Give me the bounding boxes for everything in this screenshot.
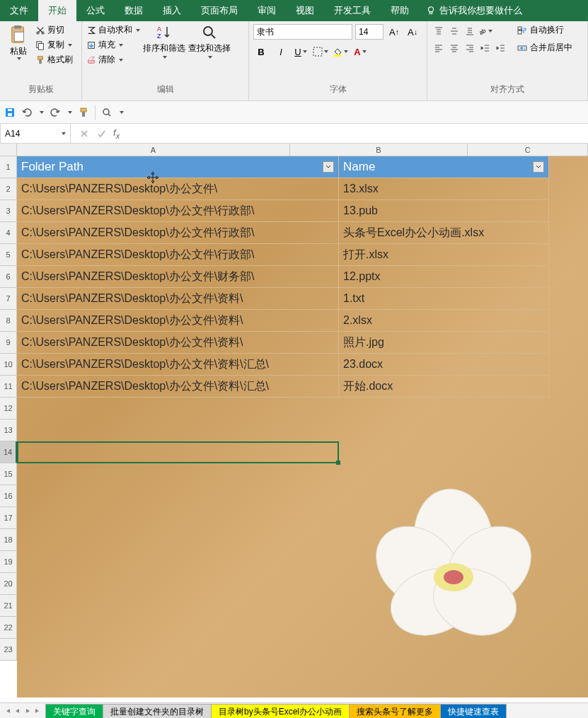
tab-nav-last-icon[interactable]: [34, 707, 41, 714]
row-header[interactable]: 13: [0, 419, 17, 441]
filter-button[interactable]: [533, 161, 544, 173]
menu-layout[interactable]: 页面布局: [191, 0, 248, 21]
font-color-button[interactable]: A: [352, 44, 368, 59]
bold-button[interactable]: B: [253, 44, 269, 59]
cell[interactable]: 开始.docx: [339, 376, 549, 398]
cell[interactable]: 1.txt: [339, 288, 549, 310]
row-header[interactable]: 8: [0, 310, 17, 332]
row-header[interactable]: 3: [0, 200, 17, 222]
filter-button[interactable]: [323, 161, 334, 173]
autosum-button[interactable]: 自动求和: [86, 24, 140, 36]
cell[interactable]: Name: [339, 156, 549, 178]
save-icon[interactable]: [4, 107, 16, 118]
menu-data[interactable]: 数据: [115, 0, 153, 21]
increase-font-button[interactable]: A↑: [386, 24, 402, 40]
fill-color-button[interactable]: [333, 44, 348, 59]
cell[interactable]: C:\Users\PANZERS\Desktop\办公文件\: [17, 178, 339, 200]
row-header[interactable]: 12: [0, 398, 17, 419]
font-size-select[interactable]: [355, 24, 384, 40]
menu-home[interactable]: 开始: [38, 0, 76, 21]
paste-button[interactable]: 粘贴: [4, 24, 33, 60]
row-header[interactable]: 1: [0, 156, 17, 178]
row-header[interactable]: 5: [0, 244, 17, 266]
cell[interactable]: 13.xlsx: [339, 178, 549, 200]
cell[interactable]: C:\Users\PANZERS\Desktop\办公文件\资料\: [17, 332, 339, 354]
merge-center-button[interactable]: 合并后居中: [517, 42, 572, 54]
select-all-corner[interactable]: [0, 144, 17, 156]
menu-view[interactable]: 视图: [286, 0, 324, 21]
clear-button[interactable]: 清除: [86, 54, 140, 66]
redo-icon[interactable]: [50, 107, 61, 118]
row-header[interactable]: 15: [0, 463, 17, 485]
decrease-font-button[interactable]: A↓: [405, 24, 420, 40]
row-header[interactable]: 20: [0, 573, 17, 595]
sheet-tab-batch-create[interactable]: 批量创建文件夹的目录树: [103, 704, 212, 718]
row-header[interactable]: 4: [0, 222, 17, 244]
row-header[interactable]: 21: [0, 595, 17, 617]
cell[interactable]: C:\Users\PANZERS\Desktop\办公文件\资料\: [17, 310, 339, 332]
cell[interactable]: 2.xlsx: [339, 310, 549, 332]
enter-icon[interactable]: [96, 129, 106, 139]
column-header[interactable]: B: [290, 144, 468, 156]
row-header[interactable]: 17: [0, 507, 17, 529]
row-header[interactable]: 16: [0, 485, 17, 507]
brush-qat-icon[interactable]: [78, 107, 89, 118]
orientation-button[interactable]: ab: [478, 24, 492, 38]
row-header[interactable]: 23: [0, 639, 17, 661]
fx-icon[interactable]: fx: [113, 127, 120, 140]
row-header[interactable]: 7: [0, 288, 17, 310]
sheet-tab-shortcut-ref[interactable]: 快捷键速查表: [440, 704, 507, 718]
copy-button[interactable]: 复制: [35, 39, 73, 51]
cell[interactable]: C:\Users\PANZERS\Desktop\办公文件\财务部\: [17, 266, 339, 288]
align-left-button[interactable]: [432, 41, 446, 55]
row-header[interactable]: 2: [0, 178, 17, 200]
name-box[interactable]: A14: [0, 124, 71, 144]
cell[interactable]: C:\Users\PANZERS\Desktop\办公文件\行政部\: [17, 222, 339, 244]
cut-button[interactable]: 剪切: [35, 24, 73, 36]
row-header[interactable]: 6: [0, 266, 17, 288]
row-header[interactable]: 9: [0, 332, 17, 354]
cell[interactable]: C:\Users\PANZERS\Desktop\办公文件\行政部\: [17, 200, 339, 222]
formula-input[interactable]: [128, 124, 588, 143]
sheet-tab-keyword-query[interactable]: 关键字查询: [45, 704, 103, 718]
align-center-button[interactable]: [447, 41, 461, 55]
cell[interactable]: C:\Users\PANZERS\Desktop\办公文件\行政部\: [17, 244, 339, 266]
border-button[interactable]: [313, 44, 328, 59]
italic-button[interactable]: I: [273, 44, 289, 59]
cell[interactable]: 打开.xlsx: [339, 244, 549, 266]
cell[interactable]: 13.pub: [339, 200, 549, 222]
tab-nav-next-icon[interactable]: [24, 707, 31, 714]
align-right-button[interactable]: [463, 41, 477, 55]
cell-grid[interactable]: Folder PathNameC:\Users\PANZERS\Desktop\…: [17, 156, 549, 398]
row-header[interactable]: 11: [0, 376, 17, 398]
align-middle-button[interactable]: [447, 24, 461, 38]
wrap-text-button[interactable]: ab自动换行: [517, 24, 572, 36]
cell[interactable]: Folder Path: [17, 156, 339, 178]
row-header[interactable]: 19: [0, 551, 17, 573]
cell[interactable]: C:\Users\PANZERS\Desktop\办公文件\资料\汇总\: [17, 354, 339, 376]
zoom-qat-icon[interactable]: [101, 107, 113, 118]
cell[interactable]: 12.pptx: [339, 266, 549, 288]
font-name-select[interactable]: [253, 24, 352, 40]
increase-indent-button[interactable]: [494, 41, 508, 55]
cell[interactable]: C:\Users\PANZERS\Desktop\办公文件\资料\: [17, 288, 339, 310]
tab-nav-first-icon[interactable]: [4, 707, 11, 714]
row-header[interactable]: 18: [0, 529, 17, 551]
underline-button[interactable]: U: [293, 44, 309, 59]
align-top-button[interactable]: [432, 24, 446, 38]
sheet-tab-dir-tree[interactable]: 目录树by头条号Excel办公小动画: [211, 704, 350, 718]
cell[interactable]: 照片.jpg: [339, 332, 549, 354]
align-bottom-button[interactable]: [463, 24, 477, 38]
cell[interactable]: C:\Users\PANZERS\Desktop\办公文件\资料\汇总\: [17, 376, 339, 398]
menu-insert[interactable]: 插入: [153, 0, 191, 21]
menu-review[interactable]: 审阅: [248, 0, 286, 21]
tell-me-search[interactable]: 告诉我你想要做什么: [419, 4, 529, 17]
tab-nav-prev-icon[interactable]: [14, 707, 21, 714]
row-header[interactable]: 22: [0, 617, 17, 639]
menu-help[interactable]: 帮助: [381, 0, 419, 21]
menu-formula[interactable]: 公式: [76, 0, 115, 21]
column-header[interactable]: A: [17, 144, 290, 156]
fill-button[interactable]: 填充: [86, 39, 140, 51]
cancel-icon[interactable]: [79, 129, 89, 139]
cell[interactable]: 23.docx: [339, 354, 549, 376]
